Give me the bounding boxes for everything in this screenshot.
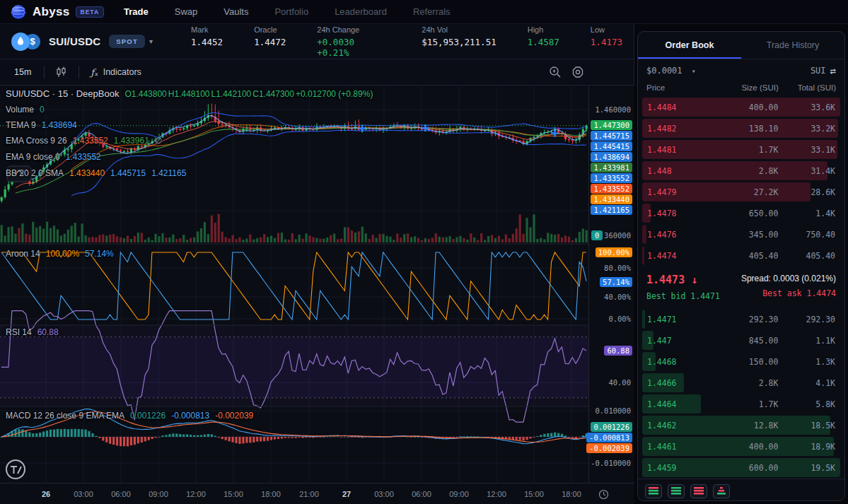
- order-total: 33.6K: [778, 102, 840, 112]
- nav-item-portfolio[interactable]: Portfolio: [274, 6, 308, 17]
- nav-item-vaults[interactable]: Vaults: [223, 6, 248, 17]
- time-label[interactable]: 18:00: [562, 490, 581, 498]
- time-axis[interactable]: 2603:0006:0009:0012:0015:0018:0021:00270…: [0, 483, 634, 504]
- book-view-bids-icon[interactable]: [668, 484, 685, 498]
- stat-value: 1.4587: [528, 37, 559, 47]
- nav-item-trade[interactable]: Trade: [124, 6, 149, 17]
- order-price: 1.4481: [642, 145, 710, 155]
- stat-value: $15,953,211.51: [422, 37, 496, 47]
- nav-item-leaderboard[interactable]: Leaderboard: [335, 6, 387, 17]
- interval-button[interactable]: 15m: [8, 64, 37, 80]
- axis-label: 0.010000: [595, 406, 631, 415]
- ask-row[interactable]: 1.44811.7K33.1K: [642, 140, 840, 159]
- indicators-button[interactable]: ƒₓ Indicators: [86, 64, 146, 81]
- bid-row[interactable]: 1.447845.001.1K: [642, 331, 840, 350]
- swap-unit-icon: ⇄: [830, 65, 836, 76]
- ask-row[interactable]: 1.447927.2K28.6K: [642, 182, 840, 201]
- axis-price-badge: 1.445415: [591, 141, 632, 151]
- abyss-logo-icon: [10, 4, 27, 20]
- ask-row[interactable]: 1.4482.8K31.4K: [642, 161, 840, 180]
- timezone-clock-icon[interactable]: [598, 489, 609, 500]
- time-label[interactable]: 12:00: [487, 490, 506, 498]
- book-view-asks-icon[interactable]: [690, 484, 707, 498]
- brand-name: Abyss: [33, 5, 70, 19]
- flash-search-icon[interactable]: [549, 66, 562, 78]
- settings-gear-icon[interactable]: [571, 66, 584, 78]
- nav-item-swap[interactable]: Swap: [175, 6, 198, 17]
- book-view-both-icon[interactable]: [645, 484, 662, 498]
- chart-style-button[interactable]: [52, 64, 71, 81]
- order-total: 1.1K: [778, 336, 840, 346]
- stat-value: +0.0030 +0.21%: [317, 37, 390, 58]
- time-label[interactable]: 18:00: [261, 490, 281, 498]
- axis-label: 40.00: [608, 378, 631, 387]
- market-type-badge[interactable]: SPOT: [109, 35, 145, 48]
- time-label[interactable]: 27: [342, 490, 351, 498]
- axis-price-badge: 1.438694: [591, 152, 632, 162]
- axis-price-badge: -0.000813: [586, 433, 632, 443]
- ask-row[interactable]: 1.4484400.0033.6K: [642, 98, 840, 117]
- column-header: Total (SUI): [779, 83, 836, 92]
- time-label[interactable]: 26: [42, 490, 50, 498]
- unit-toggle[interactable]: SUI⇄: [811, 65, 836, 76]
- volume-zero-badge: 0: [591, 230, 603, 240]
- sui-coin-icon: [11, 33, 30, 51]
- order-book-panel: Order BookTrade History $0.0001 ▾ SUI⇄ P…: [637, 31, 845, 501]
- tick-size-selector[interactable]: $0.0001 ▾: [646, 66, 696, 76]
- bid-row[interactable]: 1.4461400.0018.9K: [642, 437, 840, 456]
- order-size: 2.8K: [710, 166, 779, 176]
- stat-label: Oracle: [254, 25, 286, 34]
- bids-list: 1.4471292.30292.301.447845.001.1K1.44681…: [638, 308, 844, 479]
- order-total: 292.30: [778, 315, 840, 324]
- bid-row[interactable]: 1.4471292.30292.30: [642, 310, 840, 329]
- time-label[interactable]: 09:00: [149, 490, 168, 498]
- order-size: 12.8K: [710, 421, 779, 430]
- ask-row[interactable]: 1.4482138.1033.2K: [642, 119, 840, 138]
- order-total: 405.40: [778, 251, 840, 261]
- depth-view-icon[interactable]: [713, 484, 730, 498]
- order-price: 1.4464: [642, 399, 710, 409]
- bid-row[interactable]: 1.44641.7K5.8K: [642, 394, 840, 414]
- ask-row[interactable]: 1.4478650.001.4K: [642, 204, 840, 223]
- order-total: 33.2K: [778, 124, 840, 134]
- time-label[interactable]: 09:00: [449, 490, 469, 498]
- bid-row[interactable]: 1.446212.8K18.5K: [642, 416, 840, 435]
- chart-area[interactable]: SUI/USDC · 15 · DeepBook O1.443800H1.448…: [0, 86, 634, 504]
- pair-caret-down-icon[interactable]: ▾: [149, 37, 153, 45]
- order-size: 1.7K: [710, 399, 779, 409]
- top-nav: Abyss BETA TradeSwapVaultsPortfolioLeade…: [0, 0, 848, 24]
- order-price: 1.447: [642, 336, 710, 346]
- time-label[interactable]: 15:00: [524, 490, 544, 498]
- time-label[interactable]: 12:00: [186, 490, 206, 498]
- bid-row[interactable]: 1.4468150.001.3K: [642, 352, 840, 371]
- order-book-tabs: Order BookTrade History: [638, 32, 844, 59]
- tab-order-book[interactable]: Order Book: [638, 32, 741, 59]
- axis-price-badge: 1.433981: [591, 163, 632, 172]
- brand[interactable]: Abyss BETA: [10, 4, 104, 20]
- order-price: 1.448: [642, 166, 710, 176]
- order-size: 845.00: [710, 336, 779, 346]
- ask-row[interactable]: 1.4476345.00750.40: [642, 225, 840, 244]
- ticker-bar: $ SUI/USDC SPOT ▾ Mark1.4452Oracle1.4472…: [0, 24, 634, 59]
- time-label[interactable]: 03:00: [74, 490, 93, 498]
- stat-label: 24h Change: [317, 25, 390, 34]
- price-axis[interactable]: 1.4600001.3800001.3600001.4473001.445715…: [588, 86, 634, 483]
- axis-price-badge: 1.447300: [591, 120, 632, 130]
- bid-row[interactable]: 1.44662.8K4.1K: [642, 373, 840, 392]
- price-chart-canvas[interactable]: [0, 86, 588, 483]
- bid-row[interactable]: 1.4459600.0019.5K: [642, 458, 840, 477]
- tab-trade-history[interactable]: Trade History: [741, 32, 844, 59]
- time-label[interactable]: 06:00: [412, 490, 431, 498]
- time-label[interactable]: 06:00: [111, 490, 131, 498]
- time-label[interactable]: 03:00: [374, 490, 394, 498]
- price-down-arrow-icon: ↓: [691, 274, 697, 286]
- ask-row[interactable]: 1.4474405.40405.40: [642, 246, 840, 265]
- time-label[interactable]: 15:00: [223, 490, 243, 498]
- time-label[interactable]: 21:00: [299, 490, 319, 498]
- order-total: 5.8K: [778, 399, 840, 409]
- order-price: 1.4462: [642, 421, 710, 430]
- axis-price-badge: 100.00%: [596, 247, 632, 257]
- beta-badge: BETA: [76, 6, 105, 18]
- order-price: 1.4479: [642, 187, 710, 197]
- nav-item-referrals[interactable]: Referrals: [413, 6, 451, 17]
